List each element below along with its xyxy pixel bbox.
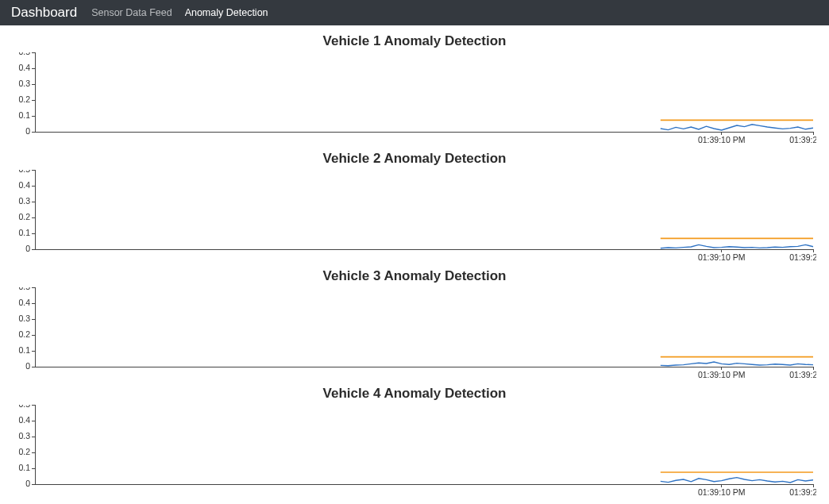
y-tick-label: 0.1 [18,463,30,472]
anomaly-score-line [661,362,813,366]
y-tick-label: 0.2 [18,94,30,104]
y-tick-label: 0 [25,244,30,253]
y-tick-label: 0.3 [18,431,30,441]
chart-title: Vehicle 4 Anomaly Detection [8,386,821,402]
y-tick-label: 0.2 [18,447,30,456]
chart-plot-area: 00.10.20.30.40.501:39:10 PM01:39:25 PM [13,405,816,498]
chart-panel-vehicle-4: Vehicle 4 Anomaly Detection00.10.20.30.4… [8,386,821,498]
y-tick-label: 0.2 [18,212,30,221]
nav-link-sensor-data-feed[interactable]: Sensor Data Feed [91,7,172,18]
chart-plot-area: 00.10.20.30.40.501:39:10 PM01:39:25 PM [13,170,816,264]
y-tick-label: 0 [25,126,30,136]
anomaly-score-line [661,478,813,483]
x-tick-label: 01:39:25 PM [789,252,816,262]
anomaly-score-line [661,244,813,248]
y-tick-label: 0.1 [18,110,30,120]
y-tick-label: 0.1 [18,228,30,237]
top-navbar: Dashboard Sensor Data Feed Anomaly Detec… [0,0,829,25]
x-tick-label: 01:39:10 PM [698,135,746,144]
y-tick-label: 0.4 [18,180,30,190]
chart-panel-vehicle-3: Vehicle 3 Anomaly Detection00.10.20.30.4… [8,268,821,381]
y-tick-label: 0.2 [18,329,30,339]
chart-panel-vehicle-1: Vehicle 1 Anomaly Detection00.10.20.30.4… [8,33,821,146]
y-tick-label: 0 [25,479,30,488]
x-tick-label: 01:39:25 PM [789,487,816,497]
y-tick-label: 0.4 [18,415,30,425]
y-tick-label: 0.5 [18,52,30,56]
charts-container: Vehicle 1 Anomaly Detection00.10.20.30.4… [0,25,829,498]
chart-title: Vehicle 2 Anomaly Detection [8,151,821,167]
y-tick-label: 0.3 [18,79,30,88]
chart-title: Vehicle 3 Anomaly Detection [8,268,821,284]
nav-link-anomaly-detection[interactable]: Anomaly Detection [185,7,268,18]
y-tick-label: 0.3 [18,314,30,323]
chart-plot-area: 00.10.20.30.40.501:39:10 PM01:39:25 PM [13,52,816,146]
x-tick-label: 01:39:10 PM [698,487,746,497]
y-tick-label: 0.5 [18,287,30,291]
brand-title[interactable]: Dashboard [11,5,77,21]
y-tick-label: 0.4 [18,298,30,307]
x-tick-label: 01:39:10 PM [698,370,746,379]
y-tick-label: 0.1 [18,345,30,355]
chart-panel-vehicle-2: Vehicle 2 Anomaly Detection00.10.20.30.4… [8,151,821,264]
chart-plot-area: 00.10.20.30.40.501:39:10 PM01:39:25 PM [13,287,816,381]
chart-title: Vehicle 1 Anomaly Detection [8,33,821,49]
y-tick-label: 0.3 [18,196,30,206]
y-tick-label: 0 [25,361,30,371]
x-tick-label: 01:39:25 PM [789,370,816,379]
x-tick-label: 01:39:10 PM [698,252,746,262]
y-tick-label: 0.4 [18,63,30,72]
x-tick-label: 01:39:25 PM [789,135,816,144]
y-tick-label: 0.5 [18,405,30,409]
anomaly-score-line [661,125,813,130]
y-tick-label: 0.5 [18,170,30,174]
